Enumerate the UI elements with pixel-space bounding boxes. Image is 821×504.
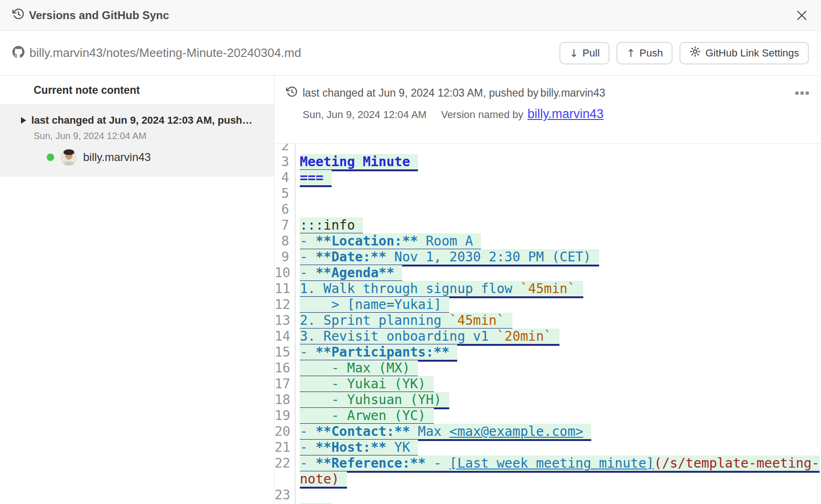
line-content xyxy=(296,186,821,202)
code-line: 16 - Max (MX) xyxy=(275,360,821,376)
pull-button-label: Pull xyxy=(582,47,600,59)
code-line: 12 > [name=Yukai] xyxy=(275,297,821,313)
arrow-down-icon: ↓ xyxy=(569,47,578,59)
github-path-row: billy.marvin43/notes/Meeting-Minute-2024… xyxy=(0,31,821,76)
online-status-dot xyxy=(47,154,54,161)
line-number: 6 xyxy=(275,202,296,217)
code-line: 8- **Location:** Room A xyxy=(275,233,821,249)
named-by-user-link[interactable]: billy.marvin43 xyxy=(528,107,604,121)
line-content: - **Host:** YK xyxy=(296,440,821,455)
code-line: 23 xyxy=(275,487,821,503)
code-line: 5 xyxy=(275,186,821,202)
line-content: - Max (MX) xyxy=(296,360,821,376)
gear-icon xyxy=(689,46,701,60)
line-content: - **Date:** Nov 1, 2030 2:30 PM (CET) xyxy=(296,249,821,265)
code-line: 20- **Contact:** Max <max@example.com> xyxy=(275,424,821,440)
version-date: Sun, Jun 9, 2024 12:04 AM xyxy=(303,109,426,121)
pull-button[interactable]: ↓ Pull xyxy=(559,42,609,64)
line-number: 22 xyxy=(275,455,296,487)
added-highlight: - Arwen (YC) xyxy=(300,408,434,425)
line-number: 19 xyxy=(275,408,296,424)
push-button-label: Push xyxy=(639,47,663,59)
version-title: last changed at Jun 9, 2024 12:03 AM, pu… xyxy=(303,87,605,99)
added-highlight: - **Location:** Room A xyxy=(300,233,481,251)
line-content: - **Contact:** Max <max@example.com> xyxy=(296,424,821,440)
line-number: 3 xyxy=(275,154,296,170)
added-highlight: 2. Sprint planning `45min` xyxy=(300,313,512,330)
line-number: 20 xyxy=(275,424,296,440)
added-highlight: :::info xyxy=(300,217,363,235)
versions-dialog: Versions and GitHub Sync billy.marvin43/… xyxy=(0,0,821,504)
sidebar-heading: Current note content xyxy=(0,76,274,105)
version-title-author: billy.marvin43 xyxy=(540,87,605,99)
line-number: 13 xyxy=(275,313,296,329)
added-highlight: - **Participants:** xyxy=(300,344,457,362)
version-item-author: billy.marvin43 xyxy=(47,149,255,166)
added-highlight: 3. Revisit onboarding v1 `20min` xyxy=(300,329,559,346)
author-name: billy.marvin43 xyxy=(83,151,151,164)
line-number: 2 xyxy=(275,144,296,154)
line-number: 8 xyxy=(275,233,296,249)
line-content: 1. Walk through signup flow `45min` xyxy=(296,281,821,297)
line-number: 16 xyxy=(275,360,296,376)
code-line: 22- **Reference:** - [Last week meeting … xyxy=(275,455,821,487)
added-highlight: - Yuhsuan (YH) xyxy=(300,392,449,409)
added-highlight: - **Date:** Nov 1, 2030 2:30 PM (CET) xyxy=(300,249,599,266)
more-options-icon[interactable] xyxy=(794,89,810,98)
code-lines: 23Meeting Minute4===567:::info8- **Locat… xyxy=(275,144,821,504)
line-content: - **Location:** Room A xyxy=(296,233,821,249)
added-highlight: - **Reference:** - [Last week meeting mi… xyxy=(300,455,820,489)
dialog-body: Current note content last changed at Jun… xyxy=(0,76,821,504)
code-line: 4=== xyxy=(275,170,821,186)
arrow-up-icon: ↑ xyxy=(626,47,635,59)
github-link-settings-label: GitHub Link Settings xyxy=(705,47,799,59)
repo-file-path: billy.marvin43/notes/Meeting-Minute-2024… xyxy=(29,46,301,60)
github-link-settings-button[interactable]: GitHub Link Settings xyxy=(679,42,809,64)
line-number: 11 xyxy=(275,281,296,297)
line-content xyxy=(296,144,821,154)
named-by-label: Version named by xyxy=(441,109,523,121)
code-line: 9- **Date:** Nov 1, 2030 2:30 PM (CET) xyxy=(275,249,821,265)
version-item-title: last changed at Jun 9, 2024 12:03 AM, pu… xyxy=(31,114,255,126)
added-highlight: > [name=Yukai] xyxy=(300,297,449,314)
push-button[interactable]: ↑ Push xyxy=(616,42,672,64)
line-content: :::info xyxy=(296,217,821,233)
added-highlight: - Max (MX) xyxy=(300,360,418,378)
added-highlight: - Yukai (YK) xyxy=(300,376,434,393)
added-highlight: - **Contact:** Max <max@example.com> xyxy=(300,424,591,441)
line-number: 4 xyxy=(275,170,296,186)
line-content: - Yuhsuan (YH) xyxy=(296,392,821,408)
versions-sidebar: Current note content last changed at Jun… xyxy=(0,76,275,504)
line-content: - **Agenda** xyxy=(296,265,821,281)
line-number: 15 xyxy=(275,344,296,360)
code-line: 21- **Host:** YK xyxy=(275,440,821,455)
code-line: 7:::info xyxy=(275,217,821,233)
dialog-titlebar: Versions and GitHub Sync xyxy=(0,0,821,31)
line-number: 12 xyxy=(275,297,296,313)
version-list-item[interactable]: last changed at Jun 9, 2024 12:03 AM, pu… xyxy=(0,105,274,177)
added-highlight: 1. Walk through signup flow `45min` xyxy=(300,281,583,298)
line-content: - Arwen (YC) xyxy=(296,408,821,424)
sync-actions: ↓ Pull ↑ Push GitHub Link Settings xyxy=(559,42,809,64)
line-number: 21 xyxy=(275,440,296,455)
version-header: last changed at Jun 9, 2024 12:03 AM, pu… xyxy=(275,76,821,144)
code-line: 15- **Participants:** xyxy=(275,344,821,360)
line-content: - Yukai (YK) xyxy=(296,376,821,392)
line-number: 18 xyxy=(275,392,296,408)
added-highlight: - **Agenda** xyxy=(300,265,402,282)
line-number: 5 xyxy=(275,186,296,202)
added-highlight: - **Host:** YK xyxy=(300,440,418,457)
line-number: 17 xyxy=(275,376,296,392)
added-highlight: === xyxy=(300,170,332,187)
line-content xyxy=(296,487,821,503)
line-number: 7 xyxy=(275,217,296,233)
diff-view[interactable]: 23Meeting Minute4===567:::info8- **Locat… xyxy=(275,144,821,504)
line-number: 14 xyxy=(275,329,296,344)
version-item-date: Sun, Jun 9, 2024 12:04 AM xyxy=(34,131,255,141)
close-icon[interactable] xyxy=(795,8,809,22)
code-line: 3Meeting Minute xyxy=(275,154,821,170)
code-line: 2 xyxy=(275,144,821,154)
line-content: 2. Sprint planning `45min` xyxy=(296,313,821,329)
expand-caret-icon[interactable] xyxy=(21,117,26,124)
github-icon xyxy=(12,46,25,60)
